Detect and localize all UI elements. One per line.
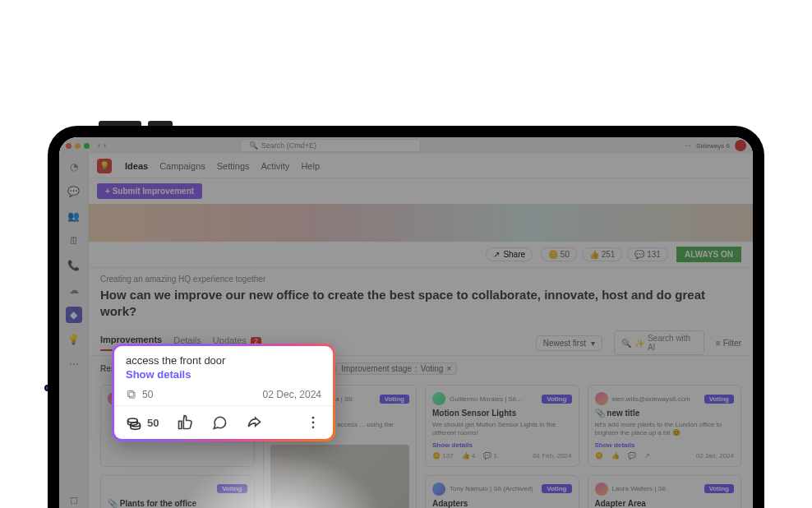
svg-rect-1 bbox=[127, 390, 133, 396]
page-title: How can we improve our new office to cre… bbox=[100, 287, 741, 319]
avatar bbox=[595, 392, 608, 405]
coins-icon[interactable]: 🪙 137 bbox=[432, 452, 454, 460]
card-title: Adapters bbox=[432, 499, 572, 508]
nav-forward-icon[interactable]: › bbox=[104, 141, 106, 150]
status-badge: Voting bbox=[542, 395, 571, 404]
filter-chip-value: Voting bbox=[421, 364, 444, 373]
likes-pill[interactable]: 👍 251 bbox=[582, 247, 622, 261]
share-icon[interactable]: ↗ bbox=[644, 452, 650, 460]
svg-rect-0 bbox=[129, 392, 135, 398]
global-search[interactable]: 🔍 Search (Cmd+E) bbox=[240, 139, 421, 152]
show-details-link[interactable]: Show details bbox=[595, 441, 735, 449]
idea-card[interactable]: Laura Walters | S6 Voting Adapter Area W… bbox=[588, 475, 742, 508]
chevron-down-icon: ▾ bbox=[591, 339, 595, 348]
screen: ‹ › 🔍 Search (Cmd+E) ⋯ Sideways 6 ◔ 💬 👥 … bbox=[59, 137, 753, 508]
rail-calls-icon[interactable]: 📞 bbox=[66, 257, 82, 274]
filter-chip[interactable]: Improvement stage: Voting × bbox=[335, 363, 457, 375]
idea-card[interactable]: Guillermo Morales | S6... Voting Motion … bbox=[425, 385, 579, 467]
idea-card[interactable]: Tony Namulo | S6 (Archived) Voting Adapt… bbox=[425, 475, 579, 508]
rail-files-icon[interactable]: ☁ bbox=[66, 282, 82, 298]
comment-icon bbox=[211, 414, 228, 431]
coins-icon[interactable]: 🪙 bbox=[595, 452, 603, 460]
filter-button[interactable]: ≡ Filter bbox=[716, 339, 741, 348]
plus-icon: + bbox=[105, 187, 113, 196]
maximize-window-icon[interactable] bbox=[84, 143, 90, 149]
breadcrumb: Creating an amazing HQ experience togeth… bbox=[100, 275, 741, 284]
user-avatar[interactable] bbox=[735, 140, 746, 151]
coins-icon bbox=[126, 414, 142, 431]
sort-dropdown[interactable]: Newest first ▾ bbox=[536, 335, 602, 351]
submit-row: + Submit Improvement bbox=[89, 178, 753, 204]
share-arrow-icon bbox=[246, 414, 262, 431]
card-title: 📎 new title bbox=[595, 409, 735, 418]
hero-image bbox=[89, 204, 753, 242]
status-badge: Voting bbox=[542, 484, 571, 493]
nav-back-icon[interactable]: ‹ bbox=[98, 141, 100, 150]
app-main: 💡 Ideas Campaigns Settings Activity Help… bbox=[89, 154, 753, 508]
ai-search-input[interactable]: 🔍 ✨ Search with AI bbox=[614, 330, 704, 355]
comment-icon[interactable]: 💬 1 bbox=[483, 452, 497, 460]
rail-chat-icon[interactable]: 💬 bbox=[66, 183, 82, 200]
rail-lightbulb-icon[interactable]: 💡 bbox=[66, 331, 82, 348]
more-icon[interactable]: ⋯ bbox=[685, 142, 691, 150]
app-tab-ideas[interactable]: Ideas bbox=[125, 161, 148, 171]
avatar bbox=[432, 392, 445, 405]
idea-card[interactable]: elen.wills@sideways6.com Voting 📎 new ti… bbox=[588, 385, 742, 467]
like-icon[interactable]: 👍 bbox=[611, 452, 620, 460]
app-tab-campaigns[interactable]: Campaigns bbox=[159, 161, 205, 171]
campaign-meta-bar: ↗ Share 🪙 50 👍 251 💬 131 ALWAYS ON bbox=[89, 242, 753, 268]
submit-improvement-label: Submit Improvement bbox=[113, 187, 194, 196]
card-title: Motion Sensor Lights bbox=[432, 409, 572, 418]
comments-value: 131 bbox=[647, 250, 661, 259]
chrome-right: ⋯ Sideways 6 bbox=[685, 140, 746, 151]
idea-card[interactable]: Voting 📎 Plants for the office Hey Spark… bbox=[100, 475, 255, 508]
remove-chip-icon[interactable]: × bbox=[446, 364, 451, 373]
card-title-text: new title bbox=[607, 409, 639, 418]
ai-search-placeholder: Search with AI bbox=[648, 334, 697, 352]
page-title-area: Creating an amazing HQ experience togeth… bbox=[89, 268, 753, 326]
coins-count: 50 bbox=[147, 417, 159, 429]
share-button[interactable]: ↗ Share bbox=[486, 247, 533, 261]
rail-apps-icon[interactable]: ◻ bbox=[66, 492, 82, 508]
sparkle-icon: ✨ bbox=[634, 339, 644, 348]
like-icon[interactable]: 👍 4 bbox=[462, 452, 476, 460]
rail-teams-icon[interactable]: 👥 bbox=[66, 208, 82, 224]
card-actions: 🪙 137 👍 4 💬 1 bbox=[432, 452, 497, 460]
submit-improvement-button[interactable]: + Submit Improvement bbox=[97, 183, 202, 199]
app-tab-activity[interactable]: Activity bbox=[261, 161, 290, 171]
card-actions: 🪙 👍 💬 ↗ bbox=[595, 452, 650, 460]
show-details-button[interactable]: Show details bbox=[126, 368, 321, 381]
popup-actions: 50 bbox=[114, 405, 333, 439]
comment-button[interactable] bbox=[211, 414, 228, 431]
coins-pill[interactable]: 🪙 50 bbox=[541, 247, 577, 261]
popup-count: 50 bbox=[142, 389, 153, 400]
attachment-icon: 📎 bbox=[595, 409, 605, 418]
user-org-label: Sideways 6 bbox=[696, 142, 730, 150]
minimize-window-icon[interactable] bbox=[75, 143, 81, 149]
rail-app-icon[interactable]: ◆ bbox=[66, 307, 82, 323]
app-tab-settings[interactable]: Settings bbox=[217, 161, 250, 171]
comments-pill[interactable]: 💬 131 bbox=[627, 247, 667, 261]
thumbs-up-icon bbox=[177, 414, 193, 431]
filter-chip-key: Improvement stage bbox=[341, 364, 412, 373]
show-details-link[interactable]: Show details bbox=[432, 441, 572, 449]
rail-more-icon[interactable]: ⋯ bbox=[66, 356, 82, 372]
status-badge: Voting bbox=[704, 395, 734, 404]
like-button[interactable] bbox=[177, 414, 193, 431]
comment-icon[interactable]: 💬 bbox=[628, 452, 636, 460]
app-logo-icon[interactable]: 💡 bbox=[97, 159, 112, 173]
rail-activity-icon[interactable]: ◔ bbox=[66, 159, 82, 175]
card-title: Adapter Area bbox=[595, 499, 735, 508]
more-options-button[interactable] bbox=[305, 414, 321, 431]
status-badge: Voting bbox=[217, 484, 247, 493]
avatar bbox=[432, 483, 445, 496]
card-author: Guillermo Morales | S6... bbox=[450, 395, 537, 403]
card-author: elen.wills@sideways6.com bbox=[612, 395, 700, 403]
app-tab-help[interactable]: Help bbox=[301, 161, 320, 171]
rail-calendar-icon[interactable]: 🗓 bbox=[66, 233, 82, 249]
sort-label: Newest first bbox=[543, 339, 586, 348]
coins-button[interactable]: 50 bbox=[126, 414, 159, 431]
close-window-icon[interactable] bbox=[66, 143, 72, 149]
share-button[interactable] bbox=[246, 414, 262, 431]
share-label: Share bbox=[503, 250, 525, 259]
